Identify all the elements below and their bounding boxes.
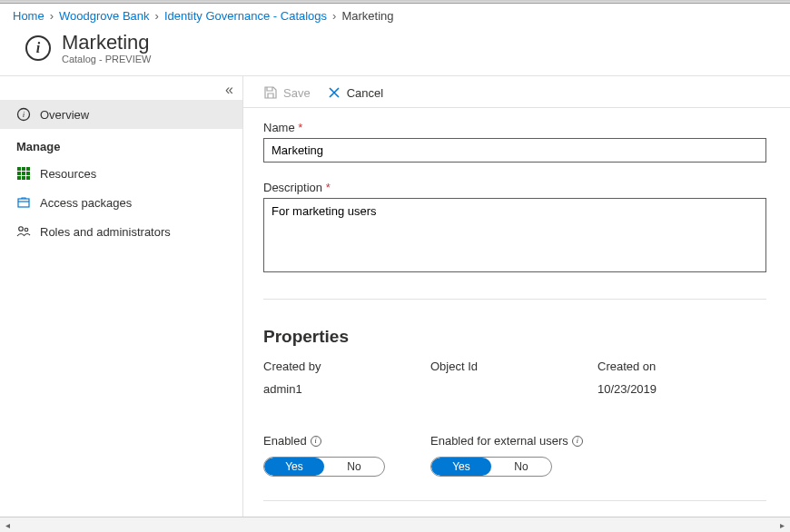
section-divider: [263, 299, 766, 300]
grid-icon: [16, 166, 31, 181]
enabled-external-yes[interactable]: Yes: [431, 458, 491, 476]
svg-rect-5: [17, 172, 21, 175]
svg-point-12: [19, 227, 24, 232]
enabled-external-toggle[interactable]: Yes No: [430, 457, 552, 477]
enabled-no[interactable]: No: [324, 458, 384, 476]
sidebar-item-access-packages[interactable]: Access packages: [0, 188, 242, 217]
breadcrumb-current: Marketing: [341, 9, 393, 23]
description-input[interactable]: [263, 198, 766, 272]
breadcrumb-home[interactable]: Home: [13, 9, 44, 23]
sidebar-item-overview[interactable]: i Overview: [0, 100, 242, 129]
created-by-value: admin1: [263, 382, 430, 396]
svg-rect-10: [26, 176, 30, 180]
svg-rect-2: [17, 167, 21, 171]
info-icon[interactable]: i: [311, 436, 321, 447]
breadcrumb-org[interactable]: Woodgrove Bank: [59, 9, 150, 23]
sidebar-item-roles[interactable]: Roles and administrators: [0, 217, 242, 246]
properties-heading: Properties: [263, 327, 770, 347]
created-on-label: Created on: [597, 360, 765, 373]
collapse-sidebar-button[interactable]: «: [225, 82, 233, 98]
sidebar: « i Overview Manage Resources Access pac…: [0, 76, 243, 527]
package-icon: [16, 195, 31, 210]
svg-rect-11: [18, 199, 29, 207]
svg-rect-6: [22, 172, 25, 175]
main-content: Save Cancel Name * Description * Propert…: [243, 76, 790, 527]
cancel-button[interactable]: Cancel: [327, 85, 383, 100]
scroll-right-arrow[interactable]: ▸: [775, 517, 790, 533]
sidebar-item-label: Overview: [40, 108, 89, 122]
info-icon: i: [16, 107, 31, 122]
sidebar-item-label: Access packages: [40, 196, 132, 210]
enabled-toggle[interactable]: Yes No: [263, 457, 385, 477]
svg-rect-7: [26, 172, 30, 175]
section-divider: [263, 500, 766, 501]
object-id-label: Object Id: [430, 360, 597, 373]
sidebar-item-label: Resources: [40, 167, 96, 181]
chevron-right-icon: ›: [155, 9, 159, 23]
info-icon: i: [25, 35, 51, 61]
name-label: Name *: [263, 121, 770, 134]
cancel-label: Cancel: [347, 86, 383, 100]
svg-rect-3: [22, 167, 25, 171]
chevron-right-icon: ›: [332, 9, 336, 23]
save-button[interactable]: Save: [263, 85, 311, 100]
description-label: Description *: [263, 181, 770, 194]
enabled-external-no[interactable]: No: [491, 458, 551, 476]
page-title: Marketing: [62, 32, 151, 54]
name-input[interactable]: [263, 138, 766, 163]
enabled-external-label: Enabled for external users i: [430, 434, 667, 448]
info-icon[interactable]: i: [572, 436, 583, 447]
people-icon: [16, 224, 31, 239]
horizontal-scrollbar[interactable]: ◂ ▸: [0, 517, 790, 532]
save-label: Save: [283, 86, 311, 100]
sidebar-item-resources[interactable]: Resources: [0, 159, 242, 188]
svg-rect-9: [22, 176, 25, 180]
chevron-right-icon: ›: [50, 9, 54, 23]
created-by-label: Created by: [263, 360, 430, 373]
toolbar: Save Cancel: [243, 76, 790, 108]
enabled-yes[interactable]: Yes: [264, 458, 324, 476]
breadcrumb: Home › Woodgrove Bank › Identity Governa…: [0, 4, 790, 26]
scroll-left-arrow[interactable]: ◂: [0, 517, 15, 533]
svg-point-13: [25, 228, 28, 232]
page-subtitle: Catalog - PREVIEW: [62, 54, 151, 64]
enabled-label: Enabled i: [263, 434, 430, 448]
svg-rect-8: [17, 176, 21, 180]
close-icon: [327, 85, 341, 100]
save-icon: [263, 85, 278, 100]
sidebar-item-label: Roles and administrators: [40, 225, 171, 239]
page-header: i Marketing Catalog - PREVIEW: [0, 26, 790, 75]
sidebar-section-manage: Manage: [0, 129, 242, 159]
svg-rect-4: [26, 167, 30, 171]
svg-text:i: i: [23, 110, 25, 119]
created-on-value: 10/23/2019: [597, 382, 765, 396]
breadcrumb-catalogs[interactable]: Identity Governance - Catalogs: [164, 9, 327, 23]
